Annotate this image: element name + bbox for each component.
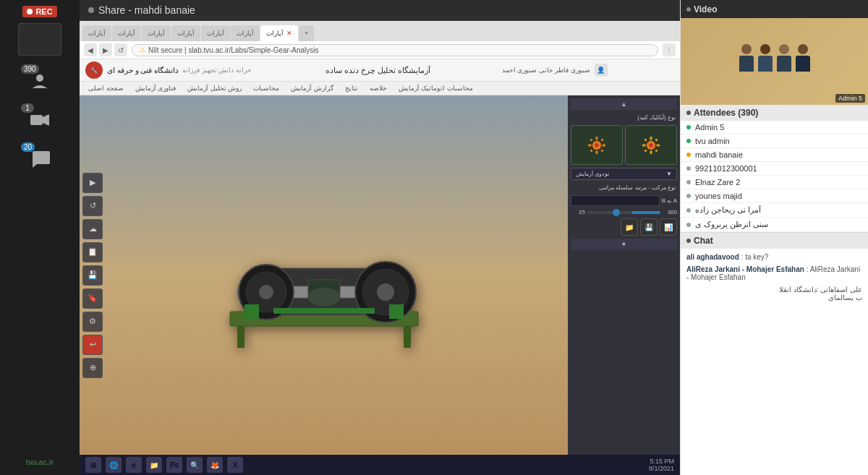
svg-rect-17 xyxy=(244,304,259,319)
gear-item-2[interactable] xyxy=(625,125,677,165)
browser-tab[interactable]: آپارات xyxy=(112,25,141,41)
taskbar-time: 5:15 PM 8/1/2021 xyxy=(649,458,674,472)
browser-tab-active[interactable]: آپارات ✕ xyxy=(260,25,298,41)
video-participant-label: Admin 5 xyxy=(835,94,865,103)
nav-item-auto[interactable]: محاسبات اتوماتیک آزمایش xyxy=(396,83,476,93)
taskbar-icon-5[interactable]: 🔍 xyxy=(187,457,203,473)
scroll-down-btn[interactable]: ▼ xyxy=(571,239,677,250)
svg-rect-25 xyxy=(603,144,606,146)
attendee-item: younes majid xyxy=(681,189,868,203)
person-head xyxy=(779,44,789,54)
folder-btn[interactable]: 📁 xyxy=(621,218,638,236)
video-feed: Admin 5 xyxy=(681,18,868,105)
browser-tab[interactable]: آپارات xyxy=(171,25,200,41)
taskbar-icon-7[interactable]: X xyxy=(227,457,243,473)
scroll-up-btn[interactable]: ▲ xyxy=(571,98,677,110)
user-icon[interactable]: 👤 xyxy=(595,64,608,77)
chat-button[interactable]: 20 xyxy=(18,141,61,177)
attendee-name: 99211012300001 xyxy=(695,164,757,173)
play-tool[interactable]: ▶ xyxy=(82,173,103,193)
attendee-name: tvu admin xyxy=(695,137,730,145)
nav-item-calc[interactable]: محاسبات xyxy=(250,83,282,93)
reload-button[interactable]: ↺ xyxy=(114,43,127,56)
person-figure xyxy=(796,44,810,72)
taskbar-icon-6[interactable]: 🦊 xyxy=(207,457,223,473)
extra-tool[interactable]: ⊕ xyxy=(82,358,103,378)
browser-tab[interactable]: آپارات xyxy=(231,25,260,41)
nav-item-method[interactable]: روش تحلیل آزمایش xyxy=(184,83,244,93)
svg-rect-37 xyxy=(655,138,658,141)
copy-tool[interactable]: 📋 xyxy=(82,242,103,262)
attendee-item: mahdi banaie xyxy=(681,148,868,162)
chart-btn[interactable]: 📊 xyxy=(660,218,677,236)
attendees-button[interactable]: 390 xyxy=(18,63,61,99)
start-button[interactable]: ⊞ xyxy=(85,457,101,473)
person-figure xyxy=(739,44,754,72)
slider-thumb[interactable] xyxy=(613,209,620,216)
chat-message: AliReza Jarkani - Mohajer Esfahan : AliR… xyxy=(686,265,862,281)
taskbar-icon-3[interactable]: 📁 xyxy=(146,457,162,473)
nav-item-report[interactable]: گزارش آزمایش xyxy=(288,83,336,93)
attendee-status-dot xyxy=(686,125,691,129)
unread-indicator[interactable]: 1 xyxy=(18,102,61,138)
speed-slider[interactable] xyxy=(587,211,660,214)
user-info: صبوری فاطر خانی صبوری احمد xyxy=(502,67,590,74)
machine-3d xyxy=(201,196,447,355)
panel-slider-row: 300 25 xyxy=(571,209,677,215)
panel-dropdown-1[interactable]: ▼ تودوی آزمایش xyxy=(571,168,677,180)
panel-click-title: نوع (آیکلیک کنید) xyxy=(571,113,677,122)
attendee-name: Elnaz Zare 2 xyxy=(695,178,740,187)
svg-point-10 xyxy=(259,285,273,299)
nav-item-tech[interactable]: فناوری آزمایش xyxy=(132,83,179,93)
nav-item-summary[interactable]: خلاصه xyxy=(367,83,390,93)
save-tool[interactable]: 💾 xyxy=(82,265,103,286)
chat-icon xyxy=(30,150,50,168)
site-title: آزمایشگاه تحلیل چرخ دنده ساده xyxy=(326,66,430,75)
browser-tab[interactable]: آپارات xyxy=(142,25,171,41)
browser-tab[interactable]: آپارات xyxy=(201,25,230,41)
nav-item-home[interactable]: صفحه اصلی xyxy=(85,83,127,93)
back-button[interactable]: ◀ xyxy=(84,43,97,56)
attendee-status-dot xyxy=(686,153,691,157)
attendee-name: mahdi banaie xyxy=(695,150,743,159)
video-meeting-view: Admin 5 xyxy=(681,18,868,105)
cloud-tool[interactable]: ☁ xyxy=(82,219,103,239)
nav-item-results[interactable]: نتایج xyxy=(342,83,361,93)
attendee-item: سنی انرظن یربروک ی xyxy=(681,218,868,232)
taskbar-icon-1[interactable]: 🌐 xyxy=(106,457,122,473)
person-body xyxy=(739,56,754,72)
bookmark-tool[interactable]: 🔖 xyxy=(82,288,103,309)
taskbar-icon-4[interactable]: Ps xyxy=(166,457,182,473)
save-btn[interactable]: 💾 xyxy=(640,218,658,236)
rotate-tool[interactable]: ↺ xyxy=(82,196,103,216)
browser-tab[interactable]: + xyxy=(299,25,314,41)
person-body xyxy=(796,56,810,72)
person-body xyxy=(777,56,791,72)
back-tool[interactable]: ↩ xyxy=(82,335,103,355)
browser-address-bar: ◀ ▶ ↺ ⚠ Nilt secure | slab.tvu.ac.ir/Lab… xyxy=(80,41,680,59)
settings-button[interactable]: ⋮ xyxy=(663,43,676,56)
screen-thumbnail[interactable] xyxy=(18,23,61,56)
gear-item-1[interactable] xyxy=(571,125,623,165)
right-panel: Video xyxy=(680,0,868,475)
unread-badge: 1 xyxy=(21,103,34,113)
people-icon xyxy=(30,71,50,91)
attendees-title: Attendees (390) xyxy=(694,108,758,118)
chat-badge: 20 xyxy=(21,142,35,152)
panel-input-row: A به B xyxy=(571,195,677,206)
slider-current-value: 25 xyxy=(571,209,585,215)
taskbar-icon-2[interactable]: e xyxy=(126,457,142,473)
chat-title: Chat xyxy=(694,236,713,246)
svg-rect-24 xyxy=(588,144,592,146)
chat-sender: AliReza Jarkani - Mohajer Esfahan xyxy=(686,265,804,273)
browser-tab[interactable]: آپارات xyxy=(82,25,111,41)
settings-tool[interactable]: ⚙ xyxy=(82,312,103,332)
panel-sub-title: نوع مرکب - مرتبه سلسله مراتبی xyxy=(571,183,677,192)
ratio-input[interactable] xyxy=(571,195,660,206)
forward-button[interactable]: ▶ xyxy=(99,43,112,56)
browser-tabs: آپارات آپارات آپارات آپارات آپارات آپارا… xyxy=(80,21,680,41)
svg-rect-19 xyxy=(273,308,375,314)
address-input[interactable]: ⚠ Nilt secure | slab.tvu.ac.ir/Labs/Simp… xyxy=(132,44,658,56)
attendee-item: Elnaz Zare 2 xyxy=(681,176,868,189)
side-panel: ▲ نوع (آیکلیک کنید) xyxy=(568,95,680,455)
